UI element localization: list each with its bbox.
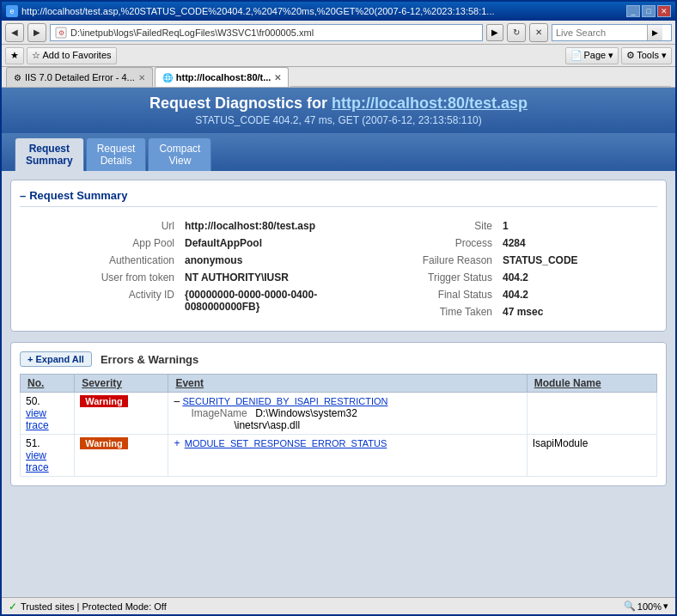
nav-bar: ◀ ▶ ⚙ D:\inetpub\logs\FailedReqLogFiles\… [2,21,675,45]
value-activity: {00000000-0000-0000-0400-0080000000FB} [180,286,338,315]
value-auth: anonymous [180,252,338,269]
row-number-51: 51. [26,437,40,449]
value-final-status: 404.2 [497,286,656,303]
table-row: App Pool DefaultAppPool [21,235,338,252]
collapse-icon[interactable]: – [20,189,26,202]
page-icon: ⚙ [54,26,68,40]
tab-label-1: http://localhost:80/t... [176,72,271,82]
tab-request-details[interactable]: RequestDetails [86,137,147,171]
table-row: Failure Reason STATUS_CODE [339,252,656,269]
view-trace-link-51[interactable]: viewtrace [26,449,49,473]
value-apppool: DefaultAppPool [180,235,338,252]
table-row: Trigger Status 404.2 [339,269,656,286]
tab-compact-view[interactable]: CompactView [148,137,211,171]
close-button[interactable]: ✕ [657,5,671,17]
zoom-icon: 🔍 [624,601,636,612]
cell-module-51: IsapiModule [527,435,656,477]
value-time-taken: 47 msec [497,303,656,320]
forward-button[interactable]: ▶ [27,23,46,42]
col-event: Event [168,375,527,393]
tools-menu-button[interactable]: ⚙ Tools ▾ [621,47,672,64]
request-summary-section: – Request Summary Url http://localhost:8… [10,180,667,332]
trusted-sites-icon: ✓ [9,601,17,613]
refresh-button[interactable]: ↻ [507,23,526,42]
value-process: 4284 [497,235,656,252]
page-title: Request Diagnostics for http://localhost… [15,95,662,113]
cell-severity-50: Warning [75,393,168,435]
value-trigger-status: 404.2 [497,269,656,286]
svg-text:⚙: ⚙ [58,29,64,37]
maximize-button[interactable]: □ [642,5,656,17]
summary-table: Url http://localhost:80/test.asp App Poo… [20,216,657,322]
zoom-level: 100% [637,601,662,612]
tools-label: Tools ▾ [637,50,667,61]
favorites-star-button[interactable]: ★ [5,47,24,64]
page-header: Request Diagnostics for http://localhost… [2,88,675,133]
table-row: 51. viewtrace Warning + MODULE_SET_RESPO… [21,435,657,477]
status-bar: ✓ Trusted sites | Protected Mode: Off 🔍 … [2,597,675,614]
tab-iis-error[interactable]: ⚙ IIS 7.0 Detailed Error - 4... ✕ [6,67,153,87]
page-title-static: Request Diagnostics for [149,95,332,112]
severity-badge-51: Warning [80,437,128,449]
label-process: Process [339,235,497,252]
table-row: Process 4284 [339,235,656,252]
search-bar[interactable]: ▶ [552,24,672,41]
label-url: Url [21,217,180,235]
scrollable-content[interactable]: – Request Summary Url http://localhost:8… [2,171,675,597]
tab-label-0: IIS 7.0 Detailed Error - 4... [25,72,135,82]
browser-icon: e [6,5,18,17]
row-number-50: 50. [26,395,40,407]
tab-localhost[interactable]: 🌐 http://localhost:80/t... ✕ [155,67,290,87]
content-area: Request Diagnostics for http://localhost… [2,88,675,597]
toolbar: ★ ☆ Add to Favorites 📄 Page ▾ ⚙ Tools ▾ [2,45,675,67]
search-go-button[interactable]: ▶ [647,25,662,40]
col-severity: Severity [75,375,168,393]
tab-icon-0: ⚙ [14,73,21,82]
back-button[interactable]: ◀ [5,23,24,42]
section-header-request-summary: – Request Summary [20,189,657,207]
table-row: Time Taken 47 msec [339,303,656,320]
event-link-50[interactable]: SECURITY_DENIED_BY_ISAPI_RESTRICTION [182,396,387,406]
value-user: NT AUTHORITY\IUSR [180,269,338,286]
module-name-51: IsapiModule [533,437,589,449]
search-input[interactable] [552,27,647,38]
label-failure-reason: Failure Reason [339,252,497,269]
zoom-chevron: ▾ [663,601,668,612]
zoom-button[interactable]: 🔍 100% ▾ [624,601,668,612]
event-prefix-50: – [174,395,180,407]
tab-request-summary[interactable]: RequestSummary [15,137,84,171]
value-url: http://localhost:80/test.asp [180,217,338,235]
value-site: 1 [497,217,656,235]
add-favorites-button[interactable]: ☆ Add to Favorites [27,47,117,64]
table-row: Final Status 404.2 [339,286,656,303]
col-no: No. [21,375,75,393]
window-controls: _ □ ✕ [626,5,671,17]
stop-button[interactable]: ✕ [529,23,548,42]
label-final-status: Final Status [339,286,497,303]
title-bar: e http://localhost/test.asp,%20STATUS_CO… [2,2,675,21]
minimize-button[interactable]: _ [626,5,640,17]
view-trace-link-50[interactable]: viewtrace [26,407,49,431]
cell-event-51: + MODULE_SET_RESPONSE_ERROR_STATUS [168,435,527,477]
browser-window: e http://localhost/test.asp,%20STATUS_CO… [0,0,677,616]
label-trigger-status: Trigger Status [339,269,497,286]
tab-close-1[interactable]: ✕ [274,73,281,82]
page-menu-button[interactable]: 📄 Page ▾ [565,47,619,64]
summary-left-table: Url http://localhost:80/test.asp App Poo… [21,217,338,315]
expand-plus-51[interactable]: + [174,437,180,449]
severity-badge-50: Warning [80,395,128,407]
expand-all-button[interactable]: + Expand All [20,351,92,367]
page-subtitle: STATUS_CODE 404.2, 47 ms, GET (2007-6-12… [15,114,662,126]
tab-close-0[interactable]: ✕ [138,73,145,82]
browser-tabs: ⚙ IIS 7.0 Detailed Error - 4... ✕ 🌐 http… [2,67,675,88]
event-link-51[interactable]: MODULE_SET_RESPONSE_ERROR_STATUS [185,438,387,448]
summary-right-table: Site 1 Process 4284 Failure Reason STATU… [339,217,656,320]
go-button[interactable]: ▶ [486,24,503,41]
errors-header: + Expand All Errors & Warnings [20,351,657,367]
error-table-header-row: No. Severity Event Module Name [21,375,657,393]
gear-icon: ⚙ [626,50,635,61]
page-title-link[interactable]: http://localhost:80/test.asp [332,95,528,112]
address-bar[interactable]: ⚙ D:\inetpub\logs\FailedReqLogFiles\W3SV… [50,24,483,41]
status-left: ✓ Trusted sites | Protected Mode: Off [9,601,167,613]
section-title: Request Summary [29,189,127,202]
